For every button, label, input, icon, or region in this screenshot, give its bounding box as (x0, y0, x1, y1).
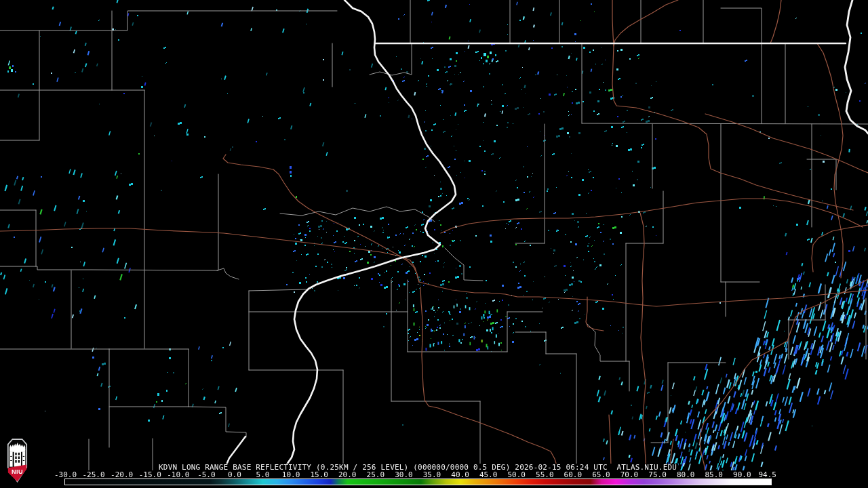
road-line (223, 155, 419, 282)
scale-tick-label: 70.0 (620, 471, 639, 479)
road-line (705, 114, 868, 173)
scale-tick-label: -25.0 (83, 471, 105, 479)
road-line (817, 43, 843, 278)
scale-tick-label: -10.0 (167, 471, 189, 479)
scale-tick-label: 85.0 (705, 471, 723, 479)
scale-tick-label: 60.0 (564, 471, 583, 479)
county-line (445, 248, 483, 281)
scale-tick-label: 80.0 (677, 471, 695, 479)
county-line (249, 289, 307, 291)
scale-tick-label: 10.0 (282, 471, 300, 479)
scale-tick-label: 5.0 (256, 471, 270, 479)
scale-tick-label: -15.0 (139, 471, 161, 479)
scale-tick-label: 45.0 (479, 471, 498, 479)
niu-logo: NIU (4, 439, 31, 483)
map-overlay-layer (0, 0, 868, 488)
scale-tick-label: 55.0 (536, 471, 554, 479)
county-line (0, 11, 337, 30)
radar-display: KDVN LONG RANGE BASE REFLECTIVITY (0.25K… (0, 0, 868, 488)
scale-tick-label: 0.0 (228, 471, 241, 479)
county-line (189, 407, 246, 437)
road-line (640, 213, 646, 474)
county-line (370, 43, 412, 75)
scale-tick-label: 15.0 (310, 471, 328, 479)
logo-label: NIU (12, 468, 23, 475)
road-line (700, 279, 868, 476)
scale-tick-label: 30.0 (395, 471, 413, 479)
scale-tick-label: 50.0 (507, 471, 526, 479)
county-line (0, 174, 218, 270)
road-line (612, 0, 614, 46)
scale-tick-label: 35.0 (423, 471, 441, 479)
county-line (280, 207, 435, 222)
road-line (812, 225, 868, 272)
river-line (845, 0, 868, 134)
road-line (612, 0, 853, 210)
road-line (770, 0, 781, 43)
scale-tick-label: 90.0 (733, 471, 751, 479)
road-line (441, 199, 863, 233)
scale-tick-label: 20.0 (338, 471, 357, 479)
county-line (217, 268, 239, 279)
scale-tick-label: 94.5 (758, 471, 776, 479)
county-line (582, 123, 868, 124)
road-line (420, 287, 560, 479)
road-line (0, 228, 419, 282)
scale-tick-label: -30.0 (54, 471, 77, 479)
county-line (721, 8, 762, 43)
scale-tick-label: 40.0 (451, 471, 469, 479)
scale-tick-label: 65.0 (592, 471, 610, 479)
scale-tick-label: -20.0 (111, 471, 133, 479)
scale-tick-label: -5.0 (197, 471, 216, 479)
scale-tick-label: 25.0 (367, 471, 385, 479)
road-line (609, 415, 611, 468)
scale-tick-label: 75.0 (648, 471, 667, 479)
road-line (419, 282, 868, 306)
reflectivity-colorbar (64, 479, 772, 485)
